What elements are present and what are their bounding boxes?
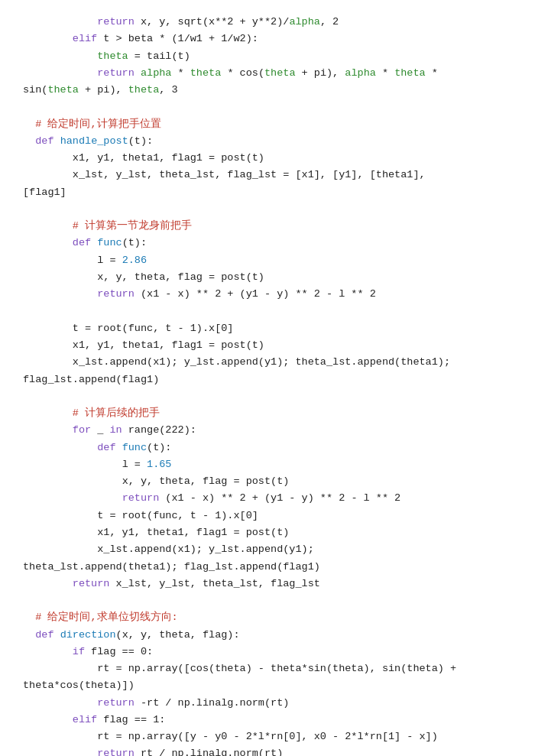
- line: return (x1 - x) ** 2 + (y1 - y) ** 2 - l…: [23, 286, 512, 303]
- line: return x, y, sqrt(x**2 + y**2)/alpha, 2: [23, 14, 512, 31]
- line: [23, 201, 512, 218]
- line: def direction(x, y, theta, flag):: [23, 627, 512, 644]
- line: [23, 99, 512, 115]
- line: return alpha * theta * cos(theta + pi), …: [23, 65, 512, 82]
- line: [flag1]: [23, 184, 512, 201]
- line: x_lst.append(x1); y_lst.append(y1);: [23, 541, 512, 558]
- line: # 给定时间,计算把手位置: [23, 116, 512, 133]
- line: def handle_post(t):: [23, 133, 512, 150]
- page: return x, y, sqrt(x**2 + y**2)/alpha, 2 …: [0, 0, 535, 756]
- line: l = 1.65: [23, 456, 512, 473]
- line: [23, 592, 512, 609]
- line: x_lst, y_lst, theta_lst, flag_lst = [x1]…: [23, 167, 512, 183]
- line: # 给定时间,求单位切线方向:: [23, 609, 512, 626]
- code-block: return x, y, sqrt(x**2 + y**2)/alpha, 2 …: [23, 14, 512, 756]
- line: rt = np.array([y - y0 - 2*l*rn[0], x0 - …: [23, 728, 512, 745]
- line: theta*cos(theta)]): [23, 677, 512, 694]
- line: x1, y1, theta1, flag1 = post(t): [23, 524, 512, 541]
- line: return x_lst, y_lst, theta_lst, flag_lst: [23, 576, 512, 592]
- line: # 计算第一节龙身前把手: [23, 218, 512, 235]
- line: theta_lst.append(theta1); flag_lst.appen…: [23, 559, 512, 576]
- line: if flag == 0:: [23, 644, 512, 660]
- line: [23, 388, 512, 405]
- line: theta = tail(t): [23, 48, 512, 65]
- line: x_lst.append(x1); y_lst.append(y1); thet…: [23, 354, 512, 371]
- line: t = root(func, t - 1).x[0]: [23, 320, 512, 337]
- line: x, y, theta, flag = post(t): [23, 269, 512, 286]
- line: def func(t):: [23, 440, 512, 456]
- line: rt = np.array([cos(theta) - theta*sin(th…: [23, 660, 512, 677]
- line: x1, y1, theta1, flag1 = post(t): [23, 150, 512, 167]
- line: # 计算后续的把手: [23, 405, 512, 422]
- line: elif t > beta * (1/w1 + 1/w2):: [23, 31, 512, 47]
- line: x1, y1, theta1, flag1 = post(t): [23, 337, 512, 354]
- line: [23, 303, 512, 320]
- line: def func(t):: [23, 235, 512, 251]
- line: t = root(func, t - 1).x[0]: [23, 508, 512, 524]
- line: x, y, theta, flag = post(t): [23, 473, 512, 490]
- line: return (x1 - x) ** 2 + (y1 - y) ** 2 - l…: [23, 490, 512, 507]
- line: l = 2.86: [23, 252, 512, 269]
- line: sin(theta + pi), theta, 3: [23, 82, 512, 99]
- line: flag_lst.append(flag1): [23, 372, 512, 388]
- line: elif flag == 1:: [23, 712, 512, 728]
- line: return -rt / np.linalg.norm(rt): [23, 695, 512, 712]
- line: for _ in range(222):: [23, 422, 512, 439]
- line: return rt / np.linalg.norm(rt): [23, 745, 512, 756]
